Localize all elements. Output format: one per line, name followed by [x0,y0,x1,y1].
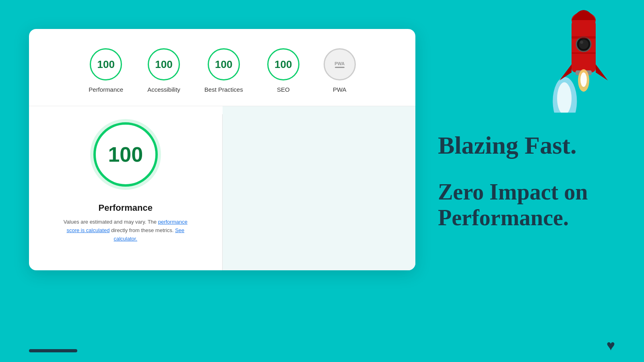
bottom-progress-bar [29,349,77,352]
zero-impact-title: Zero Impact on Performance. [438,179,615,231]
score-label-accessibility: Accessibility [147,86,180,93]
score-item-accessibility: 100 Accessibility [147,48,180,93]
score-item-best-practices: 100 Best Practices [204,48,243,93]
score-label-seo: SEO [277,86,290,93]
detail-left: 100 Performance Values are estimated and… [29,106,222,270]
score-circle-pwa: PWA [324,48,356,80]
score-label-best-practices: Best Practices [204,86,243,93]
score-item-seo: 100 SEO [267,48,299,93]
score-label-pwa: PWA [333,86,347,93]
performance-score-link[interactable]: performance score is calculated [66,219,187,233]
score-item-performance: 100 Performance [89,48,123,93]
pwa-minus-icon [335,67,345,68]
big-score-circle: 100 [93,122,158,187]
score-value-seo: 100 [275,58,292,71]
scores-row: 100 Performance 100 Accessibility 100 Be… [29,29,415,106]
score-value-performance: 100 [97,58,115,71]
calculator-link[interactable]: See calculator. [114,227,184,242]
score-value-best-practices: 100 [215,58,232,71]
detail-section: 100 Performance Values are estimated and… [29,106,415,270]
score-item-pwa: PWA PWA [324,48,356,93]
score-value-accessibility: 100 [155,58,172,71]
pwa-label-top: PWA [334,61,345,66]
hero-content: Blazing Fast. Zero Impact on Performance… [430,0,615,362]
score-label-performance: Performance [89,86,123,93]
score-circle-best-practices: 100 [208,48,240,80]
lighthouse-card: 100 Performance 100 Accessibility 100 Be… [29,29,415,270]
detail-title: Performance [99,203,153,213]
detail-description: Values are estimated and may vary. The p… [61,218,190,243]
heart-icon: ♥ [607,337,615,354]
score-circle-accessibility: 100 [148,48,180,80]
score-circle-performance: 100 [90,48,122,80]
blazing-title: Blazing Fast. [438,132,615,159]
detail-right [223,106,415,270]
big-score-value: 100 [108,142,143,167]
score-circle-seo: 100 [267,48,299,80]
